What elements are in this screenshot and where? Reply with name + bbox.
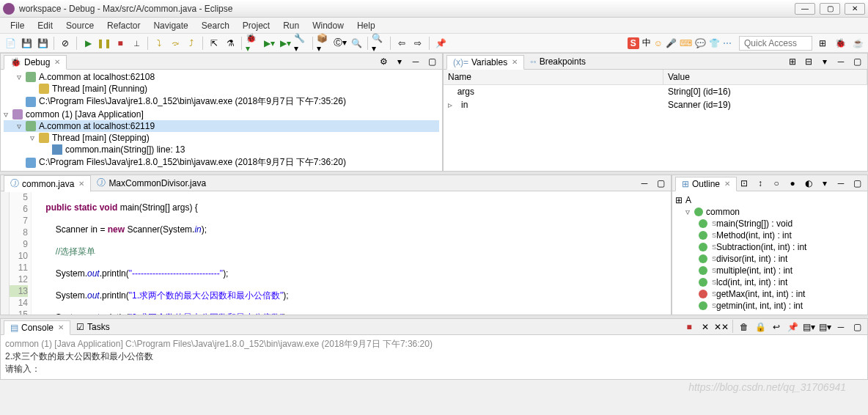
next-annotation-icon[interactable]: ⇨ <box>411 36 425 51</box>
hide-nonpublic-icon[interactable]: ◐ <box>801 176 816 191</box>
outline-member[interactable]: SMethod(int, int) : int <box>675 229 864 241</box>
minimize-button[interactable]: — <box>795 3 815 15</box>
hide-static-icon[interactable]: ● <box>785 176 800 191</box>
prev-annotation-icon[interactable]: ⇦ <box>394 36 409 51</box>
maximize-icon[interactable]: ▢ <box>424 54 439 69</box>
ime-skin-icon[interactable]: 👕 <box>709 38 720 48</box>
code-editor[interactable]: 56789101112131415 public static void mai… <box>1 191 671 315</box>
pin-console-icon[interactable]: 📌 <box>785 320 800 334</box>
skip-breakpoints-icon[interactable]: ⊘ <box>58 36 73 51</box>
open-type-icon[interactable]: 🔍 <box>349 36 364 51</box>
close-icon[interactable]: ✕ <box>78 180 84 188</box>
outline-member[interactable]: Smultiple(int, int) : int <box>675 265 864 276</box>
maximize-icon[interactable]: ▢ <box>653 176 668 191</box>
sort-icon[interactable]: ↕ <box>753 176 768 191</box>
external-tools-icon[interactable]: 🔧▾ <box>294 36 309 51</box>
maximize-icon[interactable]: ▢ <box>850 176 864 191</box>
run-last-icon[interactable]: ▶▾ <box>278 36 293 51</box>
outline-package[interactable]: ⊞A <box>675 194 864 206</box>
open-console-icon[interactable]: ▤▾ <box>817 320 832 334</box>
outline-tab[interactable]: ⊞ Outline ✕ <box>675 177 737 191</box>
collapse-all-icon[interactable]: ⊟ <box>801 54 816 69</box>
suspend-icon[interactable]: ❚❚ <box>97 36 111 51</box>
save-icon[interactable]: 💾 <box>19 36 34 51</box>
minimize-icon[interactable]: ─ <box>834 176 848 191</box>
close-icon[interactable]: ✕ <box>512 58 518 66</box>
maximize-icon[interactable]: ▢ <box>850 320 864 334</box>
outline-member[interactable]: Slcd(int, int, int) : int <box>675 276 864 288</box>
close-icon[interactable]: ✕ <box>724 180 730 188</box>
disconnect-icon[interactable]: ⟂ <box>129 36 144 51</box>
word-wrap-icon[interactable]: ↩ <box>769 320 784 334</box>
column-value[interactable]: Value <box>663 70 867 84</box>
ime-more-icon[interactable]: ⋯ <box>723 38 732 48</box>
breakpoints-tab[interactable]: ◦◦ Breakpoints <box>524 55 592 68</box>
pin-editor-icon[interactable]: 📌 <box>433 36 448 51</box>
clear-console-icon[interactable]: 🗑 <box>737 320 751 334</box>
tasks-tab[interactable]: ☑ Tasks <box>70 320 116 334</box>
minimize-icon[interactable]: ─ <box>637 176 652 191</box>
debug-tree-row[interactable]: ▿A.common at localhost:62119 <box>4 120 439 132</box>
sogou-icon[interactable]: S <box>628 37 639 49</box>
variable-row[interactable]: ▹inScanner (id=19) <box>444 98 867 111</box>
new-icon[interactable]: 📄 <box>3 36 18 51</box>
outline-member[interactable]: Smain(String[]) : void <box>675 218 864 229</box>
remove-launch-icon[interactable]: ✕ <box>698 320 713 334</box>
new-package-icon[interactable]: 📦▾ <box>317 36 331 51</box>
ime-lang-icon[interactable]: 中 <box>642 37 651 49</box>
menu-project[interactable]: Project <box>237 19 276 32</box>
outline-class[interactable]: ▿common <box>675 206 864 218</box>
debug-tree-row[interactable]: common.main(String[]) line: 13 <box>4 144 439 155</box>
view-menu-icon[interactable]: ▾ <box>817 176 832 191</box>
menu-search[interactable]: Search <box>196 19 235 32</box>
save-all-icon[interactable]: 💾 <box>35 36 50 51</box>
variable-row[interactable]: argsString[0] (id=16) <box>444 85 867 98</box>
resume-icon[interactable]: ▶ <box>81 36 95 51</box>
drop-to-frame-icon[interactable]: ⇱ <box>207 36 221 51</box>
variables-tab[interactable]: (x)= Variables ✕ <box>446 55 524 70</box>
open-perspective-icon[interactable]: ⊞ <box>815 36 830 51</box>
scroll-lock-icon[interactable]: 🔒 <box>753 320 768 334</box>
menu-refactor[interactable]: Refactor <box>101 19 146 32</box>
ime-mic-icon[interactable]: 🎤 <box>666 38 677 48</box>
debug-tree-row[interactable]: Thread [main] (Running) <box>4 83 439 95</box>
show-type-names-icon[interactable]: ⊞ <box>785 54 800 69</box>
close-icon[interactable]: ✕ <box>58 323 64 331</box>
focus-icon[interactable]: ⊡ <box>737 176 751 191</box>
menu-file[interactable]: File <box>4 19 30 32</box>
step-return-icon[interactable]: ⤴ <box>184 36 199 51</box>
quick-access-input[interactable] <box>739 36 812 51</box>
editor-tab-common[interactable]: Ⓙ common.java ✕ <box>4 175 91 192</box>
menu-edit[interactable]: Edit <box>32 19 59 32</box>
debug-tree-row[interactable]: ▿Thread [main] (Stepping) <box>4 132 439 144</box>
ime-face-icon[interactable]: ☺ <box>654 38 663 48</box>
step-into-icon[interactable]: ⤵ <box>152 36 166 51</box>
terminate-icon[interactable]: ■ <box>682 320 696 334</box>
debug-tree-row[interactable]: C:\Program Files\Java\jre1.8.0_152\bin\j… <box>4 155 439 169</box>
column-name[interactable]: Name <box>444 70 663 84</box>
debug-toolbar-icon[interactable]: ⚙ <box>376 54 391 69</box>
run-icon[interactable]: ▶▾ <box>262 36 276 51</box>
terminate-icon[interactable]: ■ <box>113 36 128 51</box>
debug-tree-row[interactable]: C:\Program Files\Java\jre1.8.0_152\bin\j… <box>4 95 439 109</box>
outline-member[interactable]: Sdivisor(int, int) : int <box>675 253 864 265</box>
close-button[interactable]: ✕ <box>845 3 865 15</box>
use-step-filters-icon[interactable]: ⚗ <box>223 36 238 51</box>
remove-all-icon[interactable]: ✕✕ <box>714 320 729 334</box>
debug-tree-row[interactable]: ▿common (1) [Java Application] <box>4 109 439 120</box>
hide-fields-icon[interactable]: ○ <box>769 176 784 191</box>
outline-member[interactable]: SSubtraction(int, int) : int <box>675 241 864 253</box>
step-over-icon[interactable]: ⤼ <box>168 36 183 51</box>
debug-icon[interactable]: 🐞▾ <box>246 36 260 51</box>
menu-run[interactable]: Run <box>277 19 305 32</box>
console-output[interactable]: common (1) [Java Application] C:\Program… <box>1 335 867 379</box>
minimize-icon[interactable]: ─ <box>834 320 848 334</box>
ime-keyboard-icon[interactable]: ⌨ <box>680 38 692 48</box>
maximize-button[interactable]: ▢ <box>820 3 840 15</box>
menu-source[interactable]: Source <box>60 19 100 32</box>
menu-navigate[interactable]: Navigate <box>147 19 194 32</box>
maximize-icon[interactable]: ▢ <box>850 54 864 69</box>
outline-member[interactable]: Sgetmin(int, int, int) : int <box>675 300 864 312</box>
view-menu-icon[interactable]: ▾ <box>817 54 832 69</box>
java-perspective-icon[interactable]: ☕ <box>850 36 865 51</box>
